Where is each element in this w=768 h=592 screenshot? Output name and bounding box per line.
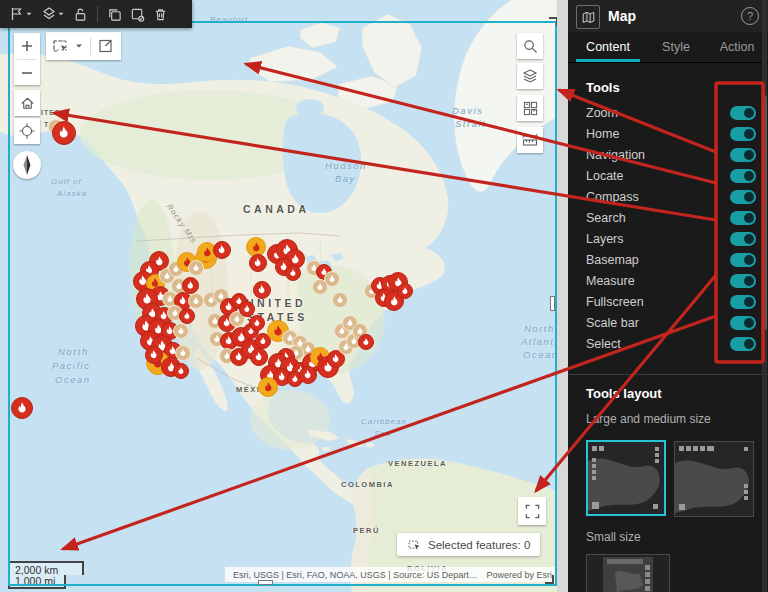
selected-features-text: Selected features: 0 [428,539,530,551]
template-icon [130,7,145,22]
search-button[interactable] [517,33,543,59]
duplicate-button[interactable] [104,3,125,25]
tools-list: ZoomHomeNavigationLocateCompassSearchLay… [586,102,756,354]
map-widget-icon [576,5,600,29]
fullscreen-button[interactable] [518,497,546,525]
tool-label: Home [586,127,730,141]
tool-label: Scale bar [586,316,730,330]
tool-row-zoom: Zoom [586,102,756,123]
help-button[interactable]: ? [741,7,759,25]
fire-incident-marker [249,254,267,272]
tool-row-navigation: Navigation [586,144,756,165]
plus-icon [20,39,34,53]
tool-row-compass: Compass [586,186,756,207]
delete-button[interactable] [150,3,171,25]
toggle-compass[interactable] [730,190,756,204]
placement-button[interactable] [6,3,36,25]
clear-selection-button[interactable] [95,35,117,57]
toggle-select[interactable] [730,337,756,351]
layers-icon [522,68,538,84]
copy-icon [107,7,122,22]
search-icon [523,39,538,54]
scrollbar-thumb[interactable] [762,95,767,330]
minus-icon [20,66,34,80]
measure-ruler-icon [522,133,538,147]
tool-row-measure: Measure [586,270,756,291]
scale-bar-mi: 1,000 mi [8,575,66,589]
layout-preview-small [587,555,669,592]
unlock-icon [73,7,88,22]
tool-row-scale-bar: Scale bar [586,312,756,333]
resize-handle-bottom-right[interactable] [545,575,554,584]
fire-incident-marker [11,397,33,419]
fire-incident-marker [299,366,317,384]
small-size-label: Small size [586,530,641,544]
attribution-bar: Esri, USGS | Esri, FAO, NOAA, USGS | Sou… [225,567,557,582]
fire-incident-marker [182,277,199,294]
panel-title: Map [608,8,636,24]
toggle-navigation[interactable] [730,148,756,162]
fire-incident-marker [52,121,76,145]
zoom-control [14,33,40,85]
layout-option-small[interactable] [586,554,670,592]
layout-option-left-toolbar[interactable] [586,440,666,516]
layout-option-top-toolbar[interactable] [674,441,754,517]
tab-content[interactable]: Content [576,32,640,61]
fire-incident-marker [250,348,268,366]
panel-scrollbar[interactable] [762,0,767,592]
home-button[interactable] [14,90,40,116]
locate-button[interactable] [14,118,40,144]
select-by-rectangle-button[interactable] [50,35,72,57]
lock-button[interactable] [70,3,91,25]
attribution-sources: Esri, USGS | Esri, FAO, NOAA, USGS | Sou… [225,570,486,580]
fire-incident-marker [397,283,413,299]
fire-incident-marker [253,281,271,299]
locate-icon [19,123,35,139]
resize-handle-right[interactable] [550,296,555,311]
trash-icon [153,7,168,22]
panel-tabs: Content Style Action [568,32,768,63]
toggle-search[interactable] [730,211,756,225]
select-tool-group [46,32,121,60]
fire-incident-marker [188,260,204,276]
compass-button[interactable] [13,151,41,179]
arrange-button[interactable] [38,3,68,25]
toggle-measure[interactable] [730,274,756,288]
tools-section-heading: Tools [586,80,620,95]
toggle-locate[interactable] [730,169,756,183]
fire-incident-marker [312,279,328,295]
measure-button[interactable] [517,127,543,153]
toggle-basemap[interactable] [730,253,756,267]
layout-preview-2 [675,442,753,516]
toggle-fullscreen[interactable] [730,295,756,309]
toggle-scale-bar[interactable] [730,316,756,330]
fire-incident-marker [173,363,189,379]
tool-label: Locate [586,169,730,183]
tool-label: Search [586,211,730,225]
zoom-out-button[interactable] [14,60,40,86]
select-options-dropdown[interactable] [72,39,86,53]
resize-handle-bottom[interactable] [258,580,273,585]
layout-preview-1 [588,442,664,514]
fire-markers-layer [0,0,557,592]
toggle-zoom[interactable] [730,106,756,120]
tool-label: Zoom [586,106,730,120]
tool-row-basemap: Basemap [586,249,756,270]
stacked-layers-icon [41,6,57,22]
basemap-grid-icon [523,101,538,116]
tool-row-locate: Locate [586,165,756,186]
fire-incident-marker [213,241,231,259]
tool-row-fullscreen: Fullscreen [586,291,756,312]
fire-incident-marker [239,301,255,317]
map-widget[interactable]: BeaufortDavisStraitHudsonBayCANADAUNITED… [0,0,557,592]
basemap-button[interactable] [517,95,543,121]
toggle-layers[interactable] [730,232,756,246]
tab-style[interactable]: Style [644,32,708,61]
tool-row-layers: Layers [586,228,756,249]
layers-button[interactable] [517,63,543,89]
tab-action[interactable]: Action [705,32,768,61]
zoom-in-button[interactable] [14,33,40,59]
toggle-home[interactable] [730,127,756,141]
panel-header: Map ? [568,0,768,32]
save-template-button[interactable] [127,3,148,25]
